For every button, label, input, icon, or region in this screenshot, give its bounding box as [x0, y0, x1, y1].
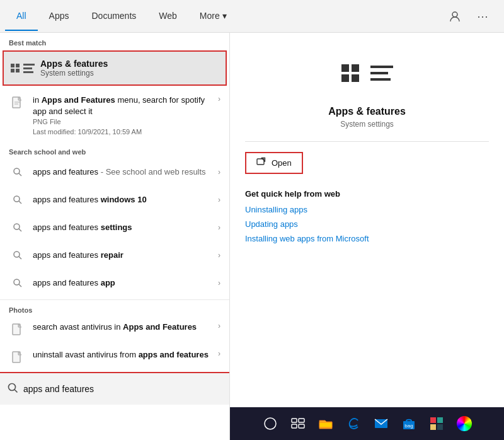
- web-result-text-3: apps and features repair: [33, 250, 218, 261]
- photo-result-0[interactable]: search avast antivirus in Apps and Featu…: [0, 316, 229, 344]
- file-modified: Last modified: 10/9/2021, 10:59 AM: [33, 127, 218, 137]
- file-description: in Apps and Features menu, search for sp…: [33, 95, 218, 117]
- photo-result-text-0: search avast antivirus in Apps and Featu…: [33, 321, 218, 333]
- svg-point-8: [14, 224, 20, 229]
- svg-line-9: [19, 229, 21, 231]
- apps-features-icon: [13, 58, 33, 78]
- app-preview: Apps & features System settings: [245, 48, 489, 142]
- web-result-text-4: apps and features app: [33, 277, 218, 289]
- photo-result-1[interactable]: uninstall avast antivirus from apps and …: [0, 344, 229, 372]
- svg-rect-23: [292, 424, 297, 428]
- web-result-1[interactable]: apps and features windows 10 ›: [0, 186, 229, 214]
- main-content: Best match: [0, 33, 504, 440]
- photos-section: Photos search avast antivirus in Apps an…: [0, 299, 229, 372]
- chevron-right-icon-4: ›: [218, 279, 220, 287]
- best-match-subtitle: System settings: [40, 69, 108, 78]
- tab-documents[interactable]: Documents: [80, 2, 147, 31]
- right-panel: Apps & features System settings Open: [230, 33, 504, 440]
- taskbar-store-icon[interactable]: bag: [398, 412, 420, 435]
- web-result-2[interactable]: apps and features settings ›: [0, 214, 229, 241]
- open-button[interactable]: Open: [245, 152, 303, 174]
- taskbar-mail-icon[interactable]: [370, 412, 392, 435]
- nav-icons: ⋯: [444, 5, 499, 28]
- open-button-label: Open: [272, 158, 292, 168]
- best-match-item[interactable]: Apps & features System settings: [3, 50, 227, 86]
- search-icon-0: [9, 163, 26, 181]
- file-result-text: in Apps and Features menu, search for sp…: [33, 95, 218, 137]
- search-bar-icon: [8, 383, 18, 395]
- taskbar: bag: [230, 407, 504, 440]
- svg-line-17: [14, 390, 18, 393]
- chevron-right-icon-photo-0: ›: [218, 321, 220, 330]
- best-match-label: Best match: [0, 33, 229, 50]
- quick-help-item-0[interactable]: Uninstalling apps: [245, 205, 489, 214]
- open-button-container: Open: [245, 152, 489, 174]
- chevron-right-icon-photo-1: ›: [218, 349, 220, 358]
- top-nav: All Apps Documents Web More ▾ ⋯: [0, 0, 504, 33]
- quick-help-title: Get quick help from web: [245, 189, 489, 199]
- app-preview-icon: [342, 48, 392, 98]
- svg-text:bag: bag: [404, 423, 413, 429]
- photos-label: Photos: [0, 300, 229, 316]
- app-preview-subtitle: System settings: [340, 120, 394, 129]
- taskbar-tiles-icon[interactable]: [425, 412, 448, 435]
- open-icon: [256, 157, 266, 169]
- svg-point-0: [452, 12, 457, 17]
- svg-line-11: [19, 257, 21, 259]
- web-result-0[interactable]: apps and features - See school and web r…: [0, 158, 229, 186]
- search-icon-1: [9, 191, 26, 209]
- tab-apps[interactable]: Apps: [38, 2, 81, 31]
- svg-rect-21: [292, 419, 297, 422]
- app-preview-title: Apps & features: [328, 106, 406, 117]
- svg-rect-22: [299, 419, 304, 422]
- search-bar: [0, 372, 229, 405]
- photo-icon-0: [9, 321, 26, 339]
- web-result-4[interactable]: apps and features app ›: [0, 269, 229, 297]
- svg-point-20: [265, 418, 276, 429]
- svg-line-7: [19, 201, 21, 204]
- tab-all[interactable]: All: [5, 2, 38, 31]
- taskbar-edge-icon[interactable]: [342, 412, 365, 435]
- svg-point-10: [14, 252, 20, 257]
- svg-point-4: [14, 168, 20, 174]
- web-result-3[interactable]: apps and features repair ›: [0, 241, 229, 269]
- left-panel: Best match: [0, 33, 230, 440]
- chevron-down-icon: ▾: [222, 11, 227, 21]
- taskbar-cortana-icon[interactable]: [259, 412, 282, 435]
- chevron-right-icon-1: ›: [218, 195, 220, 204]
- chevron-right-icon-0: ›: [218, 168, 220, 177]
- file-type: PNG File: [33, 117, 218, 127]
- quick-help-item-2[interactable]: Installing web apps from Microsoft: [245, 234, 489, 243]
- svg-point-6: [14, 196, 20, 202]
- school-web-label: Search school and web: [0, 142, 229, 158]
- file-result-item[interactable]: in Apps and Features menu, search for sp…: [0, 90, 229, 142]
- web-result-text-0: apps and features - See school and web r…: [33, 166, 218, 178]
- tab-more[interactable]: More ▾: [188, 2, 238, 31]
- svg-point-16: [9, 384, 16, 391]
- quick-help-item-1[interactable]: Updating apps: [245, 219, 489, 229]
- search-icon-3: [9, 246, 26, 264]
- chevron-right-icon-2: ›: [218, 223, 220, 232]
- taskbar-explorer-icon[interactable]: [314, 412, 337, 435]
- chevron-right-icon: ›: [218, 95, 220, 103]
- search-icon-2: [9, 219, 26, 236]
- svg-line-5: [19, 173, 21, 176]
- tab-web[interactable]: Web: [147, 2, 188, 31]
- best-match-text: Apps & features System settings: [40, 59, 108, 78]
- web-result-text-1: apps and features windows 10: [33, 194, 218, 206]
- more-options-icon[interactable]: ⋯: [471, 5, 494, 28]
- taskbar-color-icon[interactable]: [453, 412, 476, 435]
- svg-rect-24: [299, 424, 304, 428]
- photo-result-text-1: uninstall avast antivirus from apps and …: [33, 349, 218, 361]
- search-input[interactable]: [23, 384, 222, 394]
- photo-icon-1: [9, 349, 26, 367]
- web-result-text-2: apps and features settings: [33, 222, 218, 233]
- taskbar-task-view-icon[interactable]: [287, 412, 309, 435]
- nav-tabs: All Apps Documents Web More ▾: [5, 2, 444, 31]
- best-match-title: Apps & features: [40, 59, 108, 69]
- quick-help: Get quick help from web Uninstalling app…: [245, 189, 489, 248]
- search-icon-4: [9, 274, 26, 292]
- file-icon: [9, 95, 26, 112]
- svg-line-13: [19, 284, 21, 287]
- user-icon[interactable]: [444, 5, 466, 28]
